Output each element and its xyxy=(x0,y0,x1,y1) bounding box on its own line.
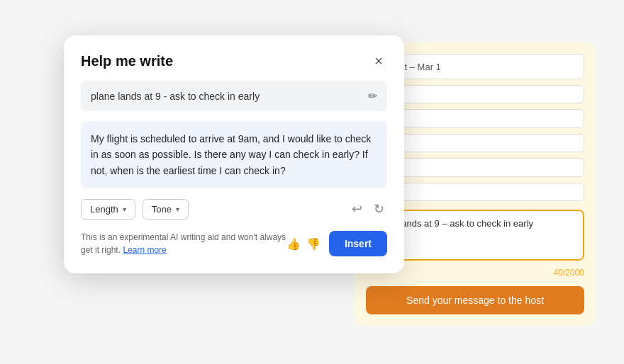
footer-description: This is an experimental AI writing aid a… xyxy=(81,232,286,255)
length-arrow-icon: ▾ xyxy=(123,205,126,213)
thumbup-icon: 👍 xyxy=(286,238,301,250)
tone-dropdown[interactable]: Tone ▾ xyxy=(143,199,189,220)
modal-title: Help me write xyxy=(81,53,173,69)
send-button[interactable]: Send your message to the host xyxy=(366,286,584,314)
prompt-bar: plane lands at 9 - ask to check in early… xyxy=(81,81,387,111)
length-label: Length xyxy=(90,204,118,215)
help-me-write-modal: Help me write × plane lands at 9 - ask t… xyxy=(64,35,404,273)
undo-button[interactable]: ↩ xyxy=(349,198,365,220)
footer-text: This is an experimental AI writing aid a… xyxy=(81,231,286,256)
controls-right: ↩ ↻ xyxy=(349,198,387,220)
prompt-text: plane lands at 9 - ask to check in early xyxy=(91,91,368,102)
length-dropdown[interactable]: Length ▾ xyxy=(81,199,135,220)
feedback-icons: 👍 👎 xyxy=(286,237,321,251)
generated-text: My flight is scheduled to arrive at 9am,… xyxy=(81,121,387,188)
controls-left: Length ▾ Tone ▾ xyxy=(81,199,189,220)
tone-arrow-icon: ▾ xyxy=(176,205,179,213)
tone-label: Tone xyxy=(152,204,172,215)
learn-more-link[interactable]: Learn more xyxy=(123,245,166,255)
footer-actions: 👍 👎 Insert xyxy=(286,231,387,256)
redo-button[interactable]: ↻ xyxy=(371,198,387,220)
controls-row: Length ▾ Tone ▾ ↩ ↻ xyxy=(81,198,387,220)
footer-row: This is an experimental AI writing aid a… xyxy=(81,231,387,256)
thumbdown-button[interactable]: 👎 xyxy=(306,237,321,251)
thumbdown-icon: 👎 xyxy=(306,238,321,250)
thumbup-button[interactable]: 👍 xyxy=(286,237,301,251)
modal-header: Help me write × xyxy=(81,52,387,69)
edit-icon[interactable]: ✏ xyxy=(368,89,377,103)
close-button[interactable]: × xyxy=(370,52,387,69)
insert-button[interactable]: Insert xyxy=(329,231,387,256)
